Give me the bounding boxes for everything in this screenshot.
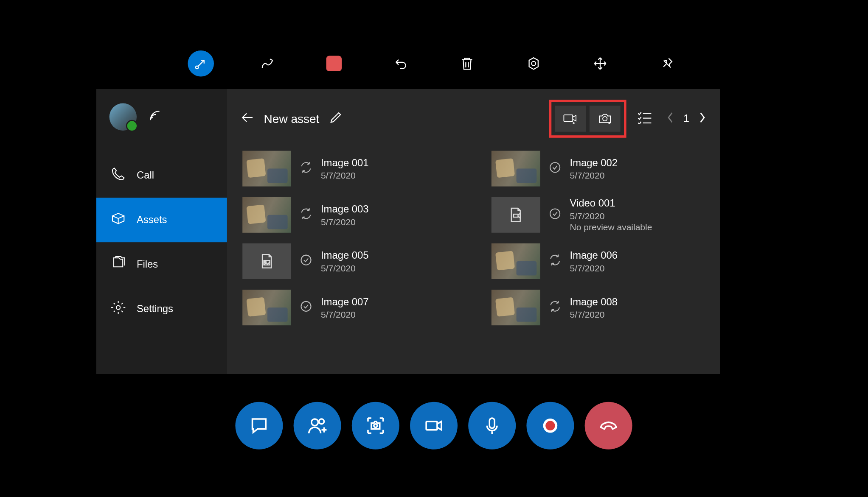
add-photo-button[interactable] <box>590 106 621 132</box>
asset-name: Image 002 <box>570 157 618 169</box>
asset-item[interactable]: Image 003 5/7/2020 <box>242 197 456 233</box>
svg-point-4 <box>603 117 607 121</box>
video-button[interactable] <box>410 402 458 450</box>
asset-date: 5/7/2020 <box>570 263 618 273</box>
box-icon <box>110 211 126 229</box>
wifi-icon <box>147 108 163 126</box>
svg-point-10 <box>301 255 311 265</box>
sidebar-item-call[interactable]: Call <box>96 153 227 198</box>
check-icon <box>300 300 313 315</box>
asset-item[interactable]: Image 001 5/7/2020 <box>242 151 456 187</box>
avatar[interactable] <box>110 103 137 131</box>
app-panel: Call Assets Files Settings New asset <box>96 89 720 374</box>
svg-point-13 <box>319 419 324 424</box>
page-prev-button[interactable] <box>666 112 675 126</box>
edit-icon[interactable] <box>329 110 343 127</box>
checklist-icon[interactable] <box>637 111 652 126</box>
record-dot-icon <box>543 419 558 433</box>
back-icon[interactable] <box>240 110 255 127</box>
sidebar-item-label: Settings <box>137 303 173 315</box>
svg-rect-3 <box>564 115 573 122</box>
svg-point-5 <box>550 162 560 172</box>
sync-icon <box>548 254 562 269</box>
chat-button[interactable] <box>235 402 283 450</box>
profile-area <box>96 89 227 137</box>
pager: 1 <box>666 112 707 126</box>
sidebar-item-settings[interactable]: Settings <box>96 287 227 331</box>
asset-date: 5/7/2020 <box>570 211 652 221</box>
asset-name: Image 003 <box>321 204 368 215</box>
ink-icon[interactable] <box>254 50 281 77</box>
asset-item[interactable]: Image 006 5/7/2020 <box>492 243 705 279</box>
asset-item[interactable]: Image 005 5/7/2020 <box>242 243 456 279</box>
svg-point-7 <box>550 209 560 218</box>
call-bar <box>0 402 868 450</box>
svg-point-2 <box>116 306 120 310</box>
svg-point-12 <box>312 419 318 426</box>
content-area: New asset 1 <box>227 89 720 374</box>
asset-name: Image 007 <box>321 296 368 308</box>
asset-extra: No preview available <box>570 222 652 232</box>
thumbnail <box>242 151 291 187</box>
asset-date: 5/7/2020 <box>321 263 368 273</box>
nav: Call Assets Files Settings <box>96 153 227 331</box>
asset-name: Image 005 <box>321 250 368 262</box>
thumbnail <box>492 151 540 187</box>
asset-item[interactable]: Image 007 5/7/2020 <box>242 290 456 325</box>
asset-date: 5/7/2020 <box>321 216 368 226</box>
pin-icon[interactable] <box>654 50 680 77</box>
capture-buttons-highlight <box>549 100 626 138</box>
asset-grid: Image 001 5/7/2020 Image 002 5/7/2020 Im… <box>227 145 720 334</box>
asset-item[interactable]: Video 001 5/7/2020 No preview available <box>492 197 705 233</box>
sidebar-item-assets[interactable]: Assets <box>96 198 227 242</box>
svg-point-0 <box>196 66 199 69</box>
asset-date: 5/7/2020 <box>570 170 618 180</box>
gear-icon <box>110 300 126 318</box>
undo-icon[interactable] <box>388 50 414 77</box>
sidebar-item-files[interactable]: Files <box>96 242 227 287</box>
content-header: New asset 1 <box>227 89 720 145</box>
sync-icon <box>300 161 313 176</box>
page-title: New asset <box>264 112 320 126</box>
thumbnail <box>492 290 540 325</box>
page-next-button[interactable] <box>698 112 707 126</box>
asset-name: Image 006 <box>570 250 618 262</box>
asset-date: 5/7/2020 <box>321 170 368 180</box>
stop-icon[interactable] <box>321 50 347 77</box>
record-button[interactable] <box>526 402 574 450</box>
asset-name: Image 008 <box>570 296 618 308</box>
svg-point-14 <box>374 424 377 427</box>
sync-icon <box>300 207 313 223</box>
sidebar-item-label: Files <box>137 259 158 271</box>
check-icon <box>548 207 562 223</box>
svg-point-11 <box>301 302 311 311</box>
snapshot-button[interactable] <box>352 402 399 450</box>
asset-name: Image 001 <box>321 157 368 169</box>
asset-date: 5/7/2020 <box>570 309 618 319</box>
trash-icon[interactable] <box>454 50 480 77</box>
asset-date: 5/7/2020 <box>321 309 368 319</box>
add-video-button[interactable] <box>555 106 586 132</box>
sidebar-item-label: Assets <box>137 214 167 226</box>
hangup-button[interactable] <box>585 402 632 450</box>
thumbnail <box>242 290 291 325</box>
files-icon <box>110 255 126 274</box>
collapse-arrow-icon[interactable] <box>188 50 214 77</box>
svg-rect-15 <box>426 422 437 430</box>
svg-rect-16 <box>489 418 494 428</box>
mic-button[interactable] <box>468 402 516 450</box>
asset-item[interactable]: Image 008 5/7/2020 <box>492 290 705 325</box>
phone-icon <box>110 166 126 184</box>
check-icon <box>548 161 562 176</box>
check-icon <box>300 254 313 269</box>
thumbnail <box>242 197 291 233</box>
add-people-button[interactable] <box>294 402 341 450</box>
sidebar-item-label: Call <box>137 170 154 181</box>
move-icon[interactable] <box>587 50 613 77</box>
asset-item[interactable]: Image 002 5/7/2020 <box>492 151 705 187</box>
thumbnail-image-placeholder <box>242 243 291 279</box>
thumbnail-video-placeholder <box>492 197 540 233</box>
svg-point-1 <box>531 61 536 66</box>
asset-name: Video 001 <box>570 198 652 209</box>
settings-hex-icon[interactable] <box>520 50 547 77</box>
